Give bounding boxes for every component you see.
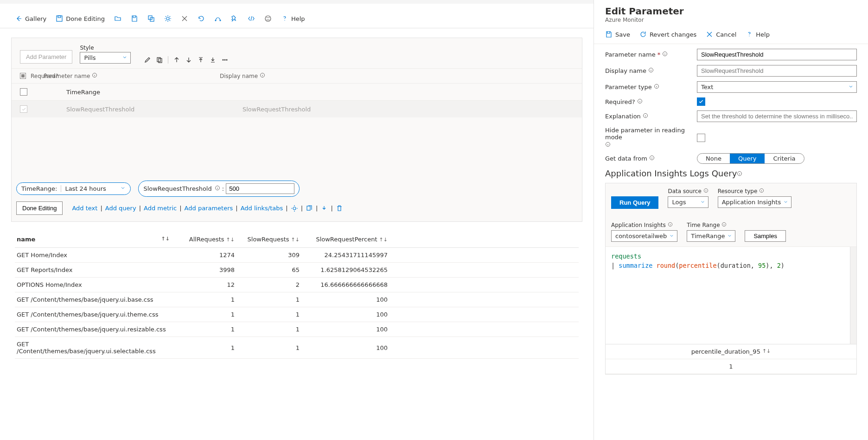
seg-criteria[interactable]: Criteria bbox=[765, 154, 804, 163]
info-icon bbox=[643, 113, 648, 120]
smiley-icon bbox=[264, 15, 272, 22]
table-row[interactable]: GET /Content/themes/base/jquery.ui.selec… bbox=[15, 337, 579, 359]
done-editing-button-2[interactable]: Done Editing bbox=[16, 201, 63, 215]
add-text-link[interactable]: Add text bbox=[72, 205, 97, 212]
col-slowpercent[interactable]: SlowRequestPercent↑↓ bbox=[300, 236, 388, 243]
feedback-icon-btn[interactable] bbox=[261, 12, 275, 25]
save-icon-btn[interactable] bbox=[127, 12, 142, 25]
pin-icon-btn[interactable] bbox=[227, 12, 242, 25]
timerange-q-select[interactable]: TimeRange bbox=[687, 230, 735, 242]
gallery-button[interactable]: Gallery bbox=[11, 12, 50, 25]
param-row[interactable]: SlowRequestThreshold SlowRequestThreshol… bbox=[12, 100, 582, 117]
cancel-button[interactable]: Cancel bbox=[706, 30, 736, 39]
timerange-pill[interactable]: TimeRange: Last 24 hours bbox=[16, 182, 131, 195]
trash-icon[interactable] bbox=[336, 205, 343, 212]
settings-icon-btn[interactable] bbox=[160, 12, 175, 25]
svg-point-9 bbox=[268, 18, 269, 18]
slowthreshold-pill[interactable]: SlowRequestThreshold : bbox=[138, 181, 300, 197]
download-icon[interactable] bbox=[209, 56, 217, 64]
edit-icon[interactable] bbox=[144, 56, 151, 64]
samples-button[interactable]: Samples bbox=[745, 230, 786, 242]
cell-all: 1 bbox=[170, 311, 235, 318]
display-name-input[interactable] bbox=[697, 65, 857, 77]
col-allrequests[interactable]: AllRequests↑↓ bbox=[170, 236, 235, 243]
col-slowrequests[interactable]: SlowRequests↑↓ bbox=[235, 236, 300, 243]
more-icon[interactable] bbox=[221, 56, 229, 64]
svg-point-7 bbox=[265, 16, 271, 21]
gear-icon bbox=[164, 15, 172, 22]
explanation-input[interactable] bbox=[697, 110, 857, 122]
scrollbar[interactable] bbox=[850, 247, 856, 344]
add-parameters-link[interactable]: Add parameters bbox=[185, 205, 233, 212]
close-icon-btn[interactable] bbox=[177, 12, 192, 25]
add-query-link[interactable]: Add query bbox=[105, 205, 136, 212]
add-links-link[interactable]: Add links/tabs bbox=[241, 205, 283, 212]
table-row[interactable]: GET /Content/themes/base/jquery.ui.base.… bbox=[15, 292, 579, 307]
param-row[interactable]: TimeRange bbox=[12, 83, 582, 100]
arc-icon bbox=[214, 15, 222, 22]
query-result: percentile_duration_95↑↓ 1 bbox=[606, 344, 856, 374]
svg-point-8 bbox=[267, 18, 267, 18]
style-select[interactable]: Pills bbox=[80, 52, 131, 64]
table-row[interactable]: GET Home/Index127430924.25431711145997 bbox=[15, 248, 579, 263]
result-col-name: percentile_duration_95 bbox=[691, 348, 760, 355]
done-editing-button[interactable]: Done Editing bbox=[52, 12, 108, 25]
table-row[interactable]: OPTIONS Home/Index12216.666666666666668 bbox=[15, 278, 579, 292]
cell-pct: 16.666666666666668 bbox=[300, 281, 388, 288]
checkbox[interactable] bbox=[20, 88, 27, 96]
table-row[interactable]: GET Reports/Index3998651.625812906453226… bbox=[15, 263, 579, 278]
gear-small-icon[interactable] bbox=[291, 205, 298, 212]
arc-icon-btn[interactable] bbox=[211, 12, 225, 25]
table-row[interactable]: GET /Content/themes/base/jquery.ui.theme… bbox=[15, 307, 579, 322]
lbl-hide: Hide parameter in reading mode bbox=[605, 127, 691, 141]
copy-small-icon[interactable] bbox=[306, 205, 313, 212]
add-parameter-button[interactable]: Add Parameter bbox=[20, 50, 72, 64]
arrow-up-icon[interactable] bbox=[173, 56, 180, 64]
lbl-get-data: Get data from bbox=[605, 155, 647, 162]
select-all-checkbox[interactable] bbox=[20, 73, 26, 79]
panel-help-button[interactable]: Help bbox=[746, 30, 770, 39]
seg-none[interactable]: None bbox=[697, 154, 730, 163]
seg-query[interactable]: Query bbox=[730, 154, 765, 163]
refresh-icon bbox=[198, 15, 205, 22]
info-icon bbox=[215, 185, 220, 192]
col-name[interactable]: name↑↓ bbox=[17, 236, 170, 243]
svg-rect-1 bbox=[58, 16, 61, 18]
param-name-input[interactable] bbox=[697, 49, 857, 60]
lbl-timerange-q: Time Range bbox=[687, 222, 720, 228]
run-query-button[interactable]: Run Query bbox=[611, 196, 658, 209]
chevron-down-icon bbox=[848, 84, 854, 91]
copy-icon-btn[interactable] bbox=[144, 12, 159, 25]
svg-point-4 bbox=[166, 17, 169, 20]
save-button[interactable]: Save bbox=[605, 30, 630, 39]
cell-pct: 100 bbox=[300, 344, 388, 351]
required-checkbox[interactable] bbox=[697, 97, 705, 106]
datasource-select[interactable]: Logs bbox=[668, 196, 708, 208]
arrow-up-bar-icon[interactable] bbox=[197, 56, 204, 64]
refresh-icon-btn[interactable] bbox=[194, 12, 209, 25]
svg-rect-19 bbox=[307, 206, 310, 210]
slowthreshold-input[interactable] bbox=[226, 183, 294, 194]
code-icon-btn[interactable] bbox=[244, 12, 259, 25]
cell-pct: 1.6258129064532265 bbox=[300, 266, 388, 273]
revert-button[interactable]: Revert changes bbox=[639, 30, 696, 39]
cell-pct: 24.25431711145997 bbox=[300, 252, 388, 259]
info-icon bbox=[92, 73, 97, 79]
checkbox[interactable] bbox=[20, 105, 27, 113]
open-icon-btn[interactable] bbox=[110, 12, 125, 25]
table-row[interactable]: GET /Content/themes/base/jquery.ui.resiz… bbox=[15, 322, 579, 337]
appinsights-select[interactable]: contosoretailweb bbox=[611, 230, 677, 242]
restype-select[interactable]: Application Insights bbox=[718, 196, 792, 208]
hide-checkbox[interactable] bbox=[697, 134, 705, 142]
lbl-required: Required? bbox=[605, 98, 635, 105]
param-type-select[interactable]: Text bbox=[697, 81, 857, 93]
add-metric-link[interactable]: Add metric bbox=[144, 205, 177, 212]
query-editor[interactable]: requests | summarize round(percentile(du… bbox=[606, 246, 856, 344]
duplicate-icon[interactable] bbox=[156, 56, 163, 64]
svg-point-13 bbox=[224, 59, 225, 60]
main-toolbar: Gallery Done Editing Help bbox=[0, 9, 594, 28]
down-small-icon[interactable] bbox=[320, 205, 328, 212]
help-button[interactable]: Help bbox=[277, 12, 309, 25]
arrow-down-icon[interactable] bbox=[185, 56, 192, 64]
svg-point-12 bbox=[223, 59, 223, 60]
